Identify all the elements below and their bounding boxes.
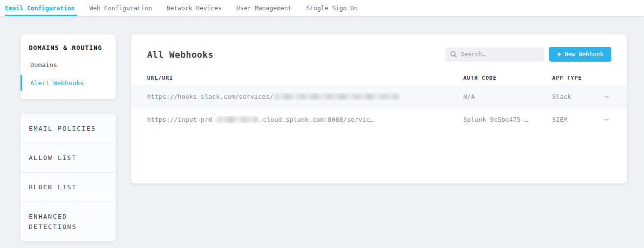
row-menu-icon[interactable]: ⋯ <box>602 114 611 125</box>
tab-user-management[interactable]: User Management <box>229 0 299 16</box>
top-nav: Email Configuration Web Configuration Ne… <box>0 0 644 16</box>
webhook-url: https://input-prd-.cloud.splunk.com:8088… <box>147 116 463 123</box>
url-text: https://hooks.slack.com/services/ <box>147 93 273 100</box>
sidebar-item-label: Alert Webhooks <box>30 79 84 87</box>
tab-single-sign-on[interactable]: Single Sign On <box>299 0 365 16</box>
sidebar-item-domains[interactable]: Domains <box>21 57 116 72</box>
auth-code: N/A <box>463 93 552 100</box>
column-header-auth-code: AUTH CODE <box>463 75 552 81</box>
new-webhook-label: New Webhook <box>565 51 603 58</box>
page-body: DOMAINS & ROUTING Domains Alert Webhooks… <box>0 16 644 241</box>
tab-label: Single Sign On <box>306 4 358 12</box>
auth-code: Splunk 9c5bc475-… <box>463 116 552 123</box>
new-webhook-button[interactable]: + New Webhook <box>549 47 611 62</box>
sidebar-item-block-list[interactable]: BLOCK LIST <box>21 173 116 202</box>
redacted-url-segment <box>274 93 398 100</box>
webhook-url: https://hooks.slack.com/services/ <box>147 93 463 100</box>
tab-web-configuration[interactable]: Web Configuration <box>82 0 159 16</box>
search-icon <box>450 51 457 58</box>
tab-label: Email Configuration <box>5 4 75 12</box>
tab-label: User Management <box>236 4 292 12</box>
redacted-url-segment <box>217 116 258 123</box>
webhooks-panel: All Webhooks + New Webhook URL/URI AUTH … <box>131 34 627 183</box>
tab-network-devices[interactable]: Network Devices <box>159 0 229 16</box>
tab-label: Network Devices <box>167 4 222 12</box>
sidebar-section-label: ALLOW LIST <box>29 154 77 161</box>
table-header-row: URL/URI AUTH CODE APP TYPE <box>131 70 627 85</box>
page-title: All Webhooks <box>147 49 445 60</box>
tab-label: Web Configuration <box>89 4 152 12</box>
url-text: https://input-prd- <box>147 116 216 123</box>
column-header-url: URL/URI <box>147 75 463 81</box>
sidebar-item-allow-list[interactable]: ALLOW LIST <box>21 143 116 173</box>
domains-routing-card: DOMAINS & ROUTING Domains Alert Webhooks <box>21 34 116 99</box>
plus-icon: + <box>557 50 561 58</box>
row-menu-icon[interactable]: ⋯ <box>602 91 611 102</box>
sidebar-section-label: EMAIL POLICIES <box>29 125 96 132</box>
url-text: .cloud.splunk.com:8088/servic… <box>259 116 374 123</box>
webhooks-header: All Webhooks + New Webhook <box>131 34 627 70</box>
table-body: https://hooks.slack.com/services/ N/A Sl… <box>131 85 627 131</box>
tab-email-configuration[interactable]: Email Configuration <box>0 0 82 16</box>
sidebar-item-enhanced-detections[interactable]: ENHANCED DETECTIONS <box>21 202 94 241</box>
table-row-splunk-webhook[interactable]: https://input-prd-.cloud.splunk.com:8088… <box>131 108 627 131</box>
app-type: Slack <box>552 93 590 100</box>
sidebar-item-email-policies[interactable]: EMAIL POLICIES <box>21 114 116 143</box>
sidebar-section-label: ENHANCED DETECTIONS <box>29 213 77 230</box>
search-box[interactable] <box>445 47 544 62</box>
search-input[interactable] <box>461 51 539 58</box>
webhooks-table: URL/URI AUTH CODE APP TYPE https://hooks… <box>131 70 627 131</box>
column-header-app-type: APP TYPE <box>552 75 590 81</box>
sidebar-section-label: BLOCK LIST <box>29 183 77 191</box>
table-row-slack-webhook[interactable]: https://hooks.slack.com/services/ N/A Sl… <box>131 85 627 108</box>
sidebar-item-alert-webhooks[interactable]: Alert Webhooks <box>21 75 116 90</box>
sidebar-section-group: EMAIL POLICIES ALLOW LIST BLOCK LIST ENH… <box>21 114 116 241</box>
sidebar-item-label: Domains <box>30 61 57 68</box>
domains-routing-heading: DOMAINS & ROUTING <box>21 44 116 54</box>
app-type: SIEM <box>552 116 590 123</box>
sidebar: DOMAINS & ROUTING Domains Alert Webhooks… <box>21 34 116 241</box>
